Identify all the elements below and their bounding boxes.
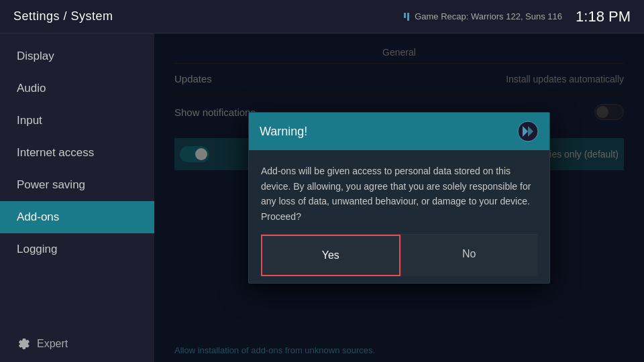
notification-text: Game Recap: Warriors 122, Suns 116 (415, 11, 562, 21)
sidebar-item-logging[interactable]: Logging (0, 233, 154, 265)
header-right: Game Recap: Warriors 122, Suns 116 1:18 … (404, 8, 631, 25)
dialog-title: Warning! (260, 125, 307, 139)
warning-dialog: Warning! Add-ons will be given access to… (248, 112, 550, 283)
header-notification: Game Recap: Warriors 122, Suns 116 (404, 11, 562, 21)
dialog-yes-button[interactable]: Yes (261, 235, 400, 276)
sidebar: Display Audio Input Internet access Powe… (0, 34, 154, 362)
dialog-overlay: Warning! Add-ons will be given access to… (154, 34, 644, 362)
page-title: Settings / System (13, 9, 113, 23)
sidebar-item-display[interactable]: Display (0, 40, 154, 72)
bar1 (404, 13, 406, 18)
bar2 (407, 13, 409, 21)
sidebar-footer-expert[interactable]: Expert (0, 326, 154, 362)
sidebar-item-internet-access[interactable]: Internet access (0, 137, 154, 169)
main-layout: Display Audio Input Internet access Powe… (0, 34, 644, 362)
dialog-body: Add-ons will be given access to personal… (249, 150, 549, 282)
kodi-logo (517, 121, 539, 142)
dialog-buttons: Yes No (261, 234, 537, 276)
sidebar-item-add-ons[interactable]: Add-ons (0, 201, 154, 233)
header: Settings / System Game Recap: Warriors 1… (0, 0, 644, 34)
dialog-header: Warning! (249, 113, 549, 150)
dialog-no-button[interactable]: No (400, 235, 538, 276)
content-area: General Updates Install updates automati… (154, 34, 644, 362)
gear-icon (17, 336, 30, 352)
expert-label: Expert (37, 338, 68, 350)
notification-icon (404, 13, 409, 21)
header-time: 1:18 PM (576, 8, 631, 25)
sidebar-item-power-saving[interactable]: Power saving (0, 169, 154, 201)
sidebar-item-audio[interactable]: Audio (0, 72, 154, 105)
sidebar-item-input[interactable]: Input (0, 105, 154, 137)
